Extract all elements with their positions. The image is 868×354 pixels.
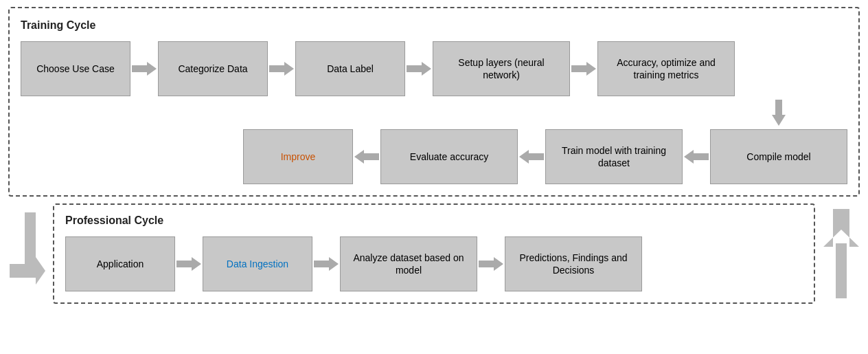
arrow-right-2 — [268, 58, 295, 79]
svg-marker-4 — [772, 100, 786, 126]
arrow-right-p3 — [477, 254, 505, 274]
down-arrow-container — [21, 99, 847, 126]
choose-use-case-text: Choose Use Case — [36, 63, 115, 75]
arrow-right-p1 — [175, 254, 203, 274]
accuracy-optimize-box: Accuracy, optimize and training metrics — [597, 41, 735, 96]
svg-marker-7 — [684, 150, 709, 164]
svg-marker-0 — [132, 62, 157, 76]
svg-marker-3 — [571, 62, 596, 76]
arrow-left-2 — [518, 146, 545, 167]
data-label-box: Data Label — [295, 41, 405, 96]
analyze-dataset-box: Analyze dataset based on model — [340, 236, 477, 291]
professional-cycle-label: Professional Cycle — [65, 214, 803, 227]
arrow-right-3 — [405, 58, 433, 79]
svg-marker-10 — [176, 257, 201, 271]
setup-layers-text: Setup layers (neural network) — [440, 56, 562, 81]
svg-marker-12 — [479, 257, 503, 271]
setup-layers-box: Setup layers (neural network) — [433, 41, 570, 96]
arrow-left-3 — [683, 146, 710, 167]
improve-text: Improve — [281, 151, 316, 163]
evaluate-accuracy-text: Evaluate accuracy — [410, 151, 488, 163]
svg-marker-1 — [269, 62, 294, 76]
improve-box: Improve — [243, 129, 353, 184]
arrow-right-1 — [130, 58, 158, 79]
predictions-box: Predictions, Findings and Decisions — [505, 236, 642, 291]
svg-rect-8 — [25, 212, 36, 264]
arrow-right-p2 — [312, 254, 340, 274]
categorize-data-box: Categorize Data — [158, 41, 268, 96]
svg-marker-11 — [314, 257, 339, 271]
training-row1: Choose Use Case Categorize Data Data Lab… — [21, 41, 847, 96]
svg-marker-13 — [823, 209, 859, 247]
arrow-left-1 — [353, 146, 380, 167]
big-up-arrow — [822, 206, 860, 302]
evaluate-accuracy-box: Evaluate accuracy — [380, 129, 518, 184]
professional-cycle-container: Professional Cycle Application Data Inge… — [53, 203, 815, 304]
compile-model-box: Compile model — [710, 129, 847, 184]
analyze-dataset-text: Analyze dataset based on model — [347, 252, 470, 276]
arrow-right-4 — [570, 58, 597, 79]
svg-rect-14 — [836, 243, 847, 298]
svg-marker-2 — [407, 62, 431, 76]
train-model-text: Train model with training dataset — [553, 144, 675, 169]
predictions-text: Predictions, Findings and Decisions — [512, 252, 635, 276]
professional-row1: Application Data Ingestion Analyze — [65, 236, 803, 291]
data-ingestion-box: Data Ingestion — [203, 236, 312, 291]
main-container: Training Cycle Choose Use Case Categoriz… — [8, 7, 860, 304]
categorize-data-text: Categorize Data — [178, 63, 247, 75]
training-row2: Improve Evaluate accuracy Train model wi… — [21, 129, 847, 184]
big-left-arrow — [8, 226, 46, 281]
application-box: Application — [65, 236, 175, 291]
svg-marker-5 — [354, 150, 379, 164]
application-text: Application — [97, 258, 144, 270]
training-cycle-label: Training Cycle — [21, 19, 847, 32]
accuracy-optimize-text: Accuracy, optimize and training metrics — [605, 56, 727, 81]
professional-section: Professional Cycle Application Data Inge… — [8, 203, 860, 304]
choose-use-case-box: Choose Use Case — [21, 41, 130, 96]
compile-model-text: Compile model — [746, 151, 810, 163]
data-label-text: Data Label — [327, 63, 374, 75]
training-cycle-container: Training Cycle Choose Use Case Categoriz… — [8, 7, 860, 197]
train-model-box: Train model with training dataset — [545, 129, 683, 184]
arrow-down-1 — [768, 99, 789, 126]
svg-marker-6 — [519, 150, 544, 164]
data-ingestion-text: Data Ingestion — [227, 258, 288, 270]
